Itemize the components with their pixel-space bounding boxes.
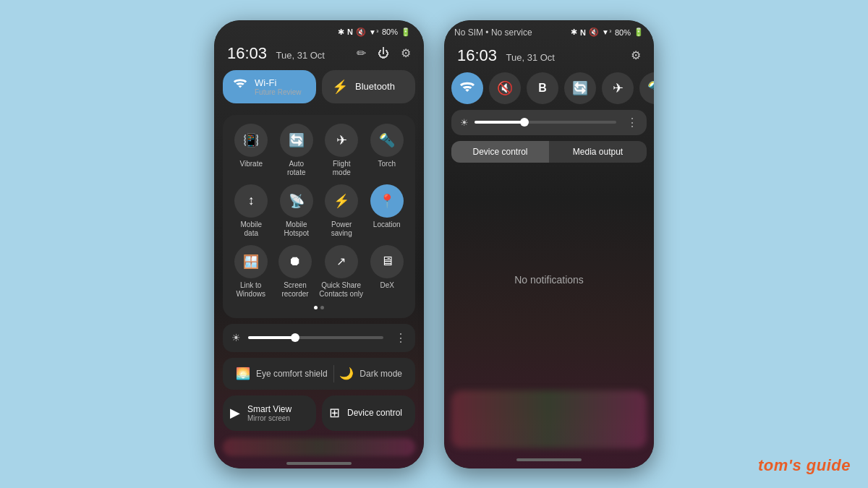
dot-1	[314, 306, 318, 309]
dex-icon: 🖥	[370, 245, 404, 278]
header-right: 16:03 Tue, 31 Oct ⚙	[444, 42, 654, 72]
auto-rotate-tile[interactable]: 🔄 Autorotate	[276, 124, 317, 177]
brightness-menu-icon[interactable]: ⋮	[395, 331, 407, 345]
eye-comfort-toggle[interactable]: 🌅 Eye comfort shield	[236, 367, 328, 380]
brightness-slider-right[interactable]: ☀ ⋮	[451, 110, 647, 135]
home-bar-line-right	[516, 458, 582, 461]
brightness-slider[interactable]: ☀ ⋮	[223, 324, 415, 352]
home-bar-line-left	[286, 462, 352, 465]
nfc-icon: N	[347, 27, 353, 36]
smart-view-tile[interactable]: ▶ Smart View Mirror screen	[223, 395, 316, 431]
battery-icon-r: 🔋	[634, 27, 644, 37]
dex-label: DeX	[380, 281, 394, 290]
signal-icon-r: ▼ᵌ	[602, 28, 612, 36]
status-bar-left: ✱ N 🔇 ▼ᵌ 80% 🔋	[214, 20, 424, 40]
flight-quick-icon[interactable]: ✈	[602, 72, 634, 104]
location-tile[interactable]: 📍 Location	[367, 184, 407, 238]
torch-icon: 🔦	[370, 124, 404, 157]
wifi-sublabel: Future Review	[255, 88, 301, 96]
location-icon: 📍	[370, 184, 404, 218]
vibrate-tile[interactable]: 📳 Vibrate	[231, 124, 271, 177]
power-icon[interactable]: ⏻	[378, 47, 389, 60]
time-right: 16:03	[457, 46, 497, 64]
vibrate-icon: 📳	[234, 124, 268, 157]
quick-tiles: Wi-Fi Future Review ⚡ Bluetooth	[214, 70, 424, 109]
screen-recorder-tile[interactable]: ⏺ Screenrecorder	[275, 245, 315, 299]
rotate-quick-icon[interactable]: 🔄	[564, 72, 596, 104]
phone-left: ✱ N 🔇 ▼ᵌ 80% 🔋 16:03 Tue, 31 Oct ✏ ⏻ ⚙	[214, 20, 424, 468]
home-bar-left	[214, 459, 424, 468]
comfort-row: 🌅 Eye comfort shield 🌙 Dark mode	[223, 358, 415, 390]
wifi-quick-icon[interactable]	[451, 72, 483, 104]
settings-icon-right[interactable]: ⚙	[631, 48, 641, 62]
battery-icon: 🔋	[401, 27, 411, 37]
header-left: 16:03 Tue, 31 Oct ✏ ⏻ ⚙	[214, 40, 424, 70]
bluetooth-label: Bluetooth	[355, 81, 395, 92]
brightness-track-r[interactable]	[475, 121, 616, 124]
dot-2	[320, 306, 324, 309]
media-output-tab[interactable]: Media output	[549, 141, 647, 163]
dex-tile[interactable]: 🖥 DeX	[367, 245, 407, 299]
eye-comfort-icon: 🌅	[236, 367, 250, 380]
settings-icon[interactable]: ⚙	[401, 46, 411, 60]
flight-label: Flightmode	[333, 160, 351, 177]
link-windows-icon: 🪟	[234, 245, 268, 278]
watermark-brand1: tom's	[758, 456, 801, 474]
mute-quick-icon[interactable]: 🔇	[489, 72, 521, 104]
link-windows-tile[interactable]: 🪟 Link toWindows	[231, 245, 271, 299]
power-saving-icon: ⚡	[325, 184, 358, 218]
watermark-brand2: guide	[807, 456, 851, 474]
smart-view-label: Smart View	[247, 404, 292, 414]
no-sim-text: No SIM • No service	[454, 27, 532, 38]
no-sim-bar: No SIM • No service ✱ N 🔇 ▼ᵌ 80% 🔋	[444, 20, 654, 42]
mobile-hotspot-tile[interactable]: 📡 MobileHotspot	[276, 184, 317, 238]
signal-icon: ▼ᵌ	[369, 28, 379, 36]
screen-recorder-label: Screenrecorder	[281, 281, 308, 299]
dark-mode-label: Dark mode	[359, 369, 402, 379]
power-saving-label: Powersaving	[331, 221, 352, 238]
mute-icon-r: 🔇	[589, 27, 599, 37]
battery-text-r: 80%	[615, 28, 631, 37]
notification-area: No notifications	[444, 170, 654, 390]
device-control-tile[interactable]: ⊞ Device control	[322, 395, 415, 431]
date-right: Tue, 31 Oct	[506, 52, 555, 63]
app-bar-left	[223, 438, 415, 457]
brightness-menu-r[interactable]: ⋮	[626, 116, 638, 129]
dark-mode-icon: 🌙	[339, 367, 354, 380]
power-saving-tile[interactable]: ⚡ Powersaving	[321, 184, 362, 238]
location-label: Location	[373, 221, 401, 229]
quick-share-tile[interactable]: ↗ Quick ShareContacts only	[319, 245, 363, 299]
quick-share-icon: ↗	[325, 245, 358, 278]
mobile-data-tile[interactable]: ↕ Mobiledata	[231, 184, 271, 238]
pencil-icon[interactable]: ✏	[357, 46, 366, 60]
date-left: Tue, 31 Oct	[276, 50, 325, 61]
no-notifications-text: No notifications	[514, 274, 584, 286]
status-icons-right: ✱ N 🔇 ▼ᵌ 80% 🔋	[571, 27, 644, 37]
bluetooth-tile[interactable]: ⚡ Bluetooth	[322, 70, 415, 103]
smart-view-sublabel: Mirror screen	[247, 414, 292, 422]
device-control-icon: ⊞	[329, 405, 340, 421]
torch-tile[interactable]: 🔦 Torch	[367, 124, 407, 177]
torch-label: Torch	[378, 160, 396, 168]
auto-rotate-label: Autorotate	[287, 160, 306, 177]
brightness-track[interactable]	[248, 336, 383, 339]
tiles-grid: 📳 Vibrate 🔄 Autorotate ✈ Flightmode 🔦 To…	[223, 115, 415, 318]
time-left: 16:03	[227, 44, 267, 62]
device-control-label: Device control	[347, 408, 402, 418]
watermark: tom's guide	[758, 456, 851, 475]
screen-recorder-icon: ⏺	[278, 245, 312, 278]
phone-right: No SIM • No service ✱ N 🔇 ▼ᵌ 80% 🔋 16:03…	[444, 20, 654, 468]
bluetooth-quick-icon[interactable]: B	[527, 72, 558, 104]
torch-quick-icon[interactable]: 🔦	[639, 72, 654, 104]
wifi-tile[interactable]: Wi-Fi Future Review	[223, 70, 316, 103]
auto-rotate-icon: 🔄	[280, 124, 313, 157]
nfc-icon-r: N	[580, 28, 586, 37]
flight-icon: ✈	[325, 124, 358, 157]
brightness-thumb-r	[520, 118, 529, 127]
device-control-tab[interactable]: Device control	[451, 141, 549, 163]
dark-mode-toggle[interactable]: 🌙 Dark mode	[339, 367, 402, 380]
smart-view-icon: ▶	[230, 405, 240, 421]
flight-mode-tile[interactable]: ✈ Flightmode	[321, 124, 362, 177]
bottom-tiles: ▶ Smart View Mirror screen ⊞ Device cont…	[214, 395, 424, 431]
brightness-thumb	[291, 333, 299, 342]
